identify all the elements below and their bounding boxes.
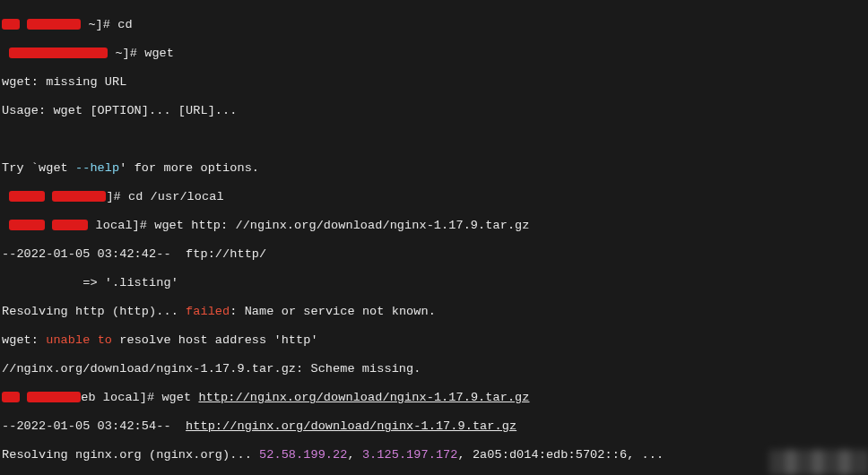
output-line: wget: missing URL xyxy=(2,75,866,90)
ip-address: 3.125.197.172 xyxy=(362,448,458,462)
prompt-line-5: eb local]# wget http://nginx.org/downloa… xyxy=(2,391,866,405)
url-text: http://nginx.org/download/nginx-1.17.9.t… xyxy=(186,419,516,433)
cmd-cd: ~]# cd xyxy=(81,18,132,31)
redaction xyxy=(9,48,108,58)
url-text: http://nginx.org/download/nginx-1.17.9.t… xyxy=(198,391,529,404)
failed-text: failed xyxy=(186,305,230,318)
cmd-wget-url: eb local]# wget xyxy=(81,391,198,404)
output-line: Resolving nginx.org (nginx.org)... 52.58… xyxy=(2,448,866,462)
output-line: Try `wget --help' for more options. xyxy=(2,161,866,176)
prompt-line-4: local]# wget http: //nginx.org/download/… xyxy=(2,219,866,233)
help-flag: --help xyxy=(75,161,119,175)
error-text: unable to xyxy=(46,333,112,347)
terminal-output: ~]# cd ~]# wget wget: missing URL Usage:… xyxy=(0,0,868,475)
blank-line xyxy=(2,133,866,147)
redaction xyxy=(2,19,20,30)
redaction xyxy=(9,191,45,202)
output-line: --2022-01-05 03:42:54-- http://nginx.org… xyxy=(2,419,866,434)
prompt-line-2: ~]# wget xyxy=(2,47,866,61)
prompt-line-3: ]# cd /usr/local xyxy=(2,190,866,204)
cmd-wget-bad: local]# wget http: //nginx.org/download/… xyxy=(88,219,529,232)
output-line: //nginx.org/download/nginx-1.17.9.tar.gz… xyxy=(2,362,866,376)
redaction xyxy=(27,19,81,30)
ip-address: 52.58.199.22 xyxy=(259,448,347,462)
output-line: wget: unable to resolve host address 'ht… xyxy=(2,333,866,348)
redaction xyxy=(52,220,88,230)
blurred-watermark xyxy=(769,450,868,475)
redaction xyxy=(2,392,20,402)
output-line: Resolving http (http)... failed: Name or… xyxy=(2,305,866,319)
cmd-wget: ~]# wget xyxy=(108,47,174,60)
redaction xyxy=(9,220,45,230)
output-line: --2022-01-05 03:42:42-- ftp://http/ xyxy=(2,247,866,262)
redaction xyxy=(52,191,106,202)
output-line: => '.listing' xyxy=(2,276,866,290)
output-line: Usage: wget [OPTION]... [URL]... xyxy=(2,104,866,118)
prompt-line-1: ~]# cd xyxy=(2,18,866,32)
cmd-cd-local: ]# cd /usr/local xyxy=(106,190,223,203)
redaction xyxy=(27,392,81,402)
